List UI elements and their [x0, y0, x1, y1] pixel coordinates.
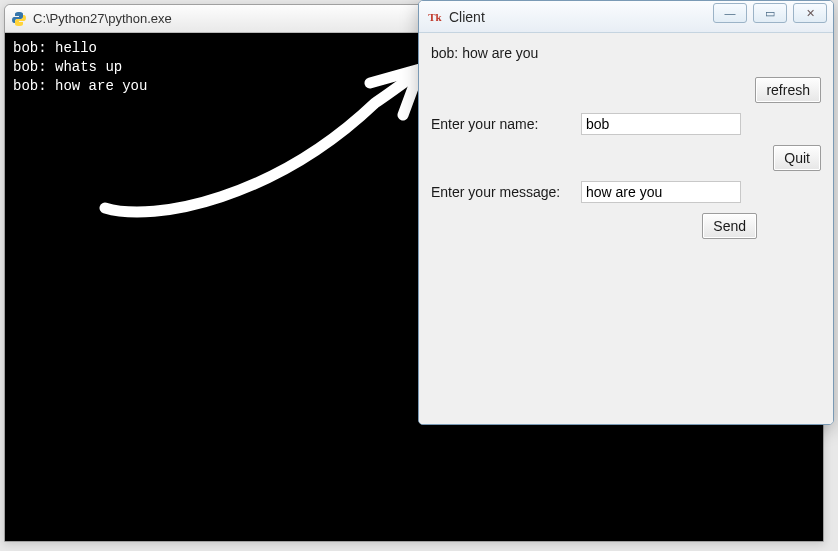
python-icon	[11, 11, 27, 27]
message-display: bob: how are you	[431, 43, 821, 63]
name-input[interactable]	[581, 113, 741, 135]
message-input[interactable]	[581, 181, 741, 203]
console-title: C:\Python27\python.exe	[33, 11, 172, 26]
console-line: bob: hello	[13, 40, 97, 56]
quit-button[interactable]: Quit	[773, 145, 821, 171]
window-controls: — ▭ ✕	[713, 3, 827, 23]
send-button[interactable]: Send	[702, 213, 757, 239]
close-button[interactable]: ✕	[793, 3, 827, 23]
client-body: bob: how are you refresh Enter your name…	[419, 33, 833, 424]
maximize-button[interactable]: ▭	[753, 3, 787, 23]
client-window: Tk Client — ▭ ✕ bob: how are you refresh…	[418, 0, 834, 425]
tk-icon: Tk	[427, 9, 443, 25]
console-line: bob: how are you	[13, 78, 147, 94]
minimize-button[interactable]: —	[713, 3, 747, 23]
message-label: Enter your message:	[431, 184, 581, 200]
console-line: bob: whats up	[13, 59, 122, 75]
client-titlebar[interactable]: Tk Client — ▭ ✕	[419, 1, 833, 33]
client-title: Client	[449, 9, 485, 25]
refresh-button[interactable]: refresh	[755, 77, 821, 103]
name-label: Enter your name:	[431, 116, 581, 132]
